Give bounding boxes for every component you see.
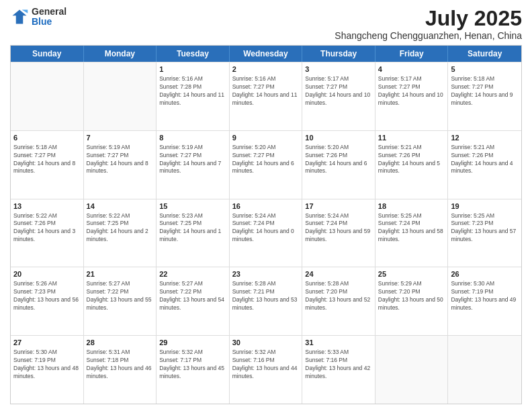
day-info: Sunrise: 5:19 AM Sunset: 7:27 PM Dayligh… [159, 144, 226, 176]
calendar-cell: 30Sunrise: 5:32 AM Sunset: 7:16 PM Dayli… [230, 336, 303, 404]
header: General Blue July 2025 Shangcheng Chengg… [10, 7, 522, 41]
day-number: 8 [159, 133, 226, 143]
calendar-cell: 9Sunrise: 5:20 AM Sunset: 7:27 PM Daylig… [230, 131, 303, 199]
logo-general: General [32, 7, 66, 17]
calendar-cell: 1Sunrise: 5:16 AM Sunset: 7:28 PM Daylig… [157, 62, 230, 130]
day-number: 1 [159, 64, 226, 75]
calendar-cell: 3Sunrise: 5:17 AM Sunset: 7:27 PM Daylig… [302, 62, 375, 130]
weekday-header: Thursday [302, 46, 375, 62]
day-info: Sunrise: 5:16 AM Sunset: 7:27 PM Dayligh… [232, 75, 300, 107]
day-number: 29 [159, 338, 226, 348]
calendar-cell: 10Sunrise: 5:20 AM Sunset: 7:26 PM Dayli… [302, 131, 375, 199]
calendar-cell: 20Sunrise: 5:26 AM Sunset: 7:23 PM Dayli… [11, 267, 84, 335]
calendar-row: 13Sunrise: 5:22 AM Sunset: 7:26 PM Dayli… [11, 199, 521, 267]
day-number: 2 [232, 64, 300, 75]
calendar-cell: 7Sunrise: 5:19 AM Sunset: 7:27 PM Daylig… [84, 131, 157, 199]
month-year: July 2025 [335, 7, 522, 30]
day-info: Sunrise: 5:16 AM Sunset: 7:28 PM Dayligh… [159, 75, 226, 107]
day-info: Sunrise: 5:19 AM Sunset: 7:27 PM Dayligh… [87, 144, 154, 176]
day-info: Sunrise: 5:25 AM Sunset: 7:23 PM Dayligh… [451, 212, 519, 244]
calendar-cell: 5Sunrise: 5:18 AM Sunset: 7:27 PM Daylig… [448, 62, 521, 130]
day-number: 21 [87, 269, 154, 279]
logo: General Blue [10, 7, 66, 28]
calendar-header: SundayMondayTuesdayWednesdayThursdayFrid… [11, 46, 521, 62]
day-info: Sunrise: 5:21 AM Sunset: 7:26 PM Dayligh… [378, 144, 445, 176]
day-number: 6 [13, 133, 81, 143]
day-info: Sunrise: 5:28 AM Sunset: 7:21 PM Dayligh… [232, 280, 300, 312]
calendar-cell: 31Sunrise: 5:33 AM Sunset: 7:16 PM Dayli… [302, 336, 375, 404]
day-number: 12 [451, 133, 519, 143]
weekday-header: Friday [375, 46, 449, 62]
day-info: Sunrise: 5:18 AM Sunset: 7:27 PM Dayligh… [13, 144, 81, 176]
logo-text: General Blue [32, 7, 66, 28]
day-info: Sunrise: 5:27 AM Sunset: 7:22 PM Dayligh… [87, 280, 154, 312]
calendar-cell: 2Sunrise: 5:16 AM Sunset: 7:27 PM Daylig… [230, 62, 303, 130]
calendar-cell: 4Sunrise: 5:17 AM Sunset: 7:27 PM Daylig… [375, 62, 449, 130]
calendar-row: 20Sunrise: 5:26 AM Sunset: 7:23 PM Dayli… [11, 267, 521, 335]
calendar-cell [11, 62, 84, 130]
calendar-cell [448, 336, 521, 404]
day-info: Sunrise: 5:23 AM Sunset: 7:25 PM Dayligh… [159, 212, 226, 244]
day-info: Sunrise: 5:20 AM Sunset: 7:27 PM Dayligh… [232, 144, 300, 176]
day-info: Sunrise: 5:22 AM Sunset: 7:26 PM Dayligh… [13, 212, 81, 244]
calendar-cell [375, 336, 449, 404]
day-info: Sunrise: 5:30 AM Sunset: 7:19 PM Dayligh… [13, 349, 81, 381]
day-info: Sunrise: 5:26 AM Sunset: 7:23 PM Dayligh… [13, 280, 81, 312]
calendar-cell: 29Sunrise: 5:32 AM Sunset: 7:17 PM Dayli… [157, 336, 230, 404]
day-number: 15 [159, 201, 226, 212]
day-number: 7 [87, 133, 154, 143]
day-number: 13 [13, 201, 81, 212]
svg-marker-0 [13, 10, 27, 24]
weekday-header: Sunday [11, 46, 84, 62]
calendar-cell: 22Sunrise: 5:27 AM Sunset: 7:22 PM Dayli… [157, 267, 230, 335]
calendar-body: 1Sunrise: 5:16 AM Sunset: 7:28 PM Daylig… [11, 62, 521, 404]
day-number: 31 [305, 338, 372, 348]
calendar-row: 27Sunrise: 5:30 AM Sunset: 7:19 PM Dayli… [11, 335, 521, 404]
day-info: Sunrise: 5:25 AM Sunset: 7:24 PM Dayligh… [378, 212, 445, 244]
calendar: SundayMondayTuesdayWednesdayThursdayFrid… [10, 45, 522, 404]
calendar-row: 6Sunrise: 5:18 AM Sunset: 7:27 PM Daylig… [11, 130, 521, 199]
day-info: Sunrise: 5:31 AM Sunset: 7:18 PM Dayligh… [87, 349, 154, 381]
day-info: Sunrise: 5:24 AM Sunset: 7:24 PM Dayligh… [305, 212, 372, 244]
day-number: 17 [305, 201, 372, 212]
day-info: Sunrise: 5:17 AM Sunset: 7:27 PM Dayligh… [305, 75, 372, 107]
day-number: 20 [13, 269, 81, 279]
calendar-cell: 28Sunrise: 5:31 AM Sunset: 7:18 PM Dayli… [84, 336, 157, 404]
calendar-cell: 23Sunrise: 5:28 AM Sunset: 7:21 PM Dayli… [230, 267, 303, 335]
title-block: July 2025 Shangcheng Chengguanzhen, Hena… [335, 7, 522, 41]
day-number: 22 [159, 269, 226, 279]
day-number: 26 [451, 269, 519, 279]
day-number: 16 [232, 201, 300, 212]
day-info: Sunrise: 5:21 AM Sunset: 7:26 PM Dayligh… [451, 144, 519, 176]
day-info: Sunrise: 5:28 AM Sunset: 7:20 PM Dayligh… [305, 280, 372, 312]
day-number: 11 [378, 133, 445, 143]
day-number: 14 [87, 201, 154, 212]
day-info: Sunrise: 5:27 AM Sunset: 7:22 PM Dayligh… [159, 280, 226, 312]
day-number: 23 [232, 269, 300, 279]
calendar-cell: 19Sunrise: 5:25 AM Sunset: 7:23 PM Dayli… [448, 199, 521, 267]
logo-icon [10, 7, 29, 26]
day-number: 9 [232, 133, 300, 143]
calendar-cell: 25Sunrise: 5:29 AM Sunset: 7:20 PM Dayli… [375, 267, 449, 335]
calendar-cell: 21Sunrise: 5:27 AM Sunset: 7:22 PM Dayli… [84, 267, 157, 335]
day-info: Sunrise: 5:18 AM Sunset: 7:27 PM Dayligh… [451, 75, 519, 107]
weekday-header: Monday [84, 46, 157, 62]
day-number: 4 [378, 64, 445, 75]
calendar-cell: 24Sunrise: 5:28 AM Sunset: 7:20 PM Dayli… [302, 267, 375, 335]
day-number: 5 [451, 64, 519, 75]
page: General Blue July 2025 Shangcheng Chengg… [0, 0, 532, 411]
calendar-cell [84, 62, 157, 130]
day-info: Sunrise: 5:29 AM Sunset: 7:20 PM Dayligh… [378, 280, 445, 312]
day-info: Sunrise: 5:24 AM Sunset: 7:24 PM Dayligh… [232, 212, 300, 244]
day-number: 28 [87, 338, 154, 348]
calendar-cell: 26Sunrise: 5:30 AM Sunset: 7:19 PM Dayli… [448, 267, 521, 335]
day-info: Sunrise: 5:17 AM Sunset: 7:27 PM Dayligh… [378, 75, 445, 107]
weekday-header: Wednesday [230, 46, 303, 62]
weekday-header: Saturday [448, 46, 521, 62]
day-number: 30 [232, 338, 300, 348]
day-number: 10 [305, 133, 372, 143]
day-number: 18 [378, 201, 445, 212]
calendar-cell: 11Sunrise: 5:21 AM Sunset: 7:26 PM Dayli… [375, 131, 449, 199]
calendar-cell: 6Sunrise: 5:18 AM Sunset: 7:27 PM Daylig… [11, 131, 84, 199]
day-info: Sunrise: 5:32 AM Sunset: 7:17 PM Dayligh… [159, 349, 226, 381]
